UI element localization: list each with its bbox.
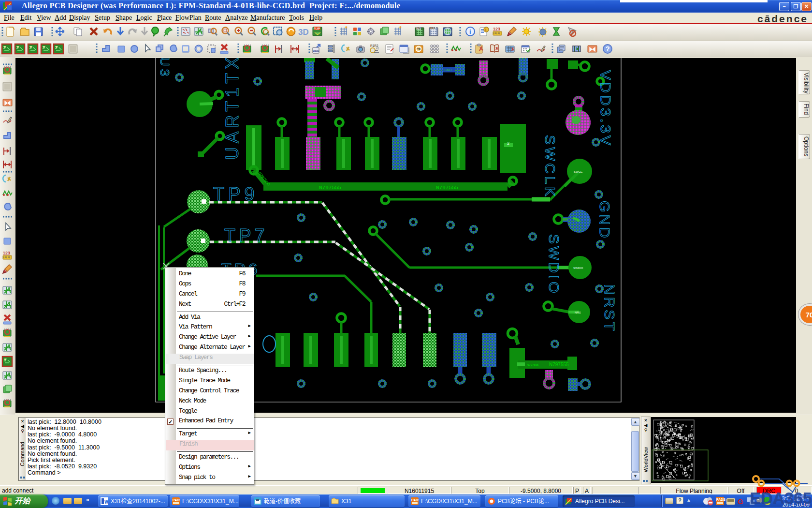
- svg-text:i: i: [485, 28, 486, 32]
- svg-text:SWCL.: SWCL.: [574, 170, 583, 173]
- svg-text:i: i: [469, 28, 471, 35]
- svg-text:PADS: PADS: [716, 498, 725, 501]
- svg-text:SWDIO: SWDIO: [573, 267, 583, 269]
- svg-text:TP7: TP7: [224, 225, 268, 246]
- svg-text:W: W: [104, 499, 108, 505]
- svg-text:123: 123: [3, 251, 10, 255]
- svg-text:V1: V1: [376, 47, 379, 50]
- svg-text:PADS: PADS: [411, 498, 419, 502]
- svg-text:FLIP: FLIP: [314, 27, 320, 30]
- svg-text:U3: U3: [158, 58, 172, 79]
- svg-text:SWDIO: SWDIO: [546, 234, 562, 296]
- svg-text:DFA: DFA: [430, 27, 435, 30]
- svg-text:GND: GND: [597, 201, 613, 240]
- svg-text:N797555: N797555: [549, 362, 569, 367]
- svg-text:TP: TP: [417, 48, 420, 51]
- svg-text:N797555: N797555: [527, 363, 539, 366]
- svg-text:123: 123: [493, 27, 500, 31]
- svg-text:CM: CM: [416, 27, 420, 30]
- svg-text:N797555: N797555: [319, 185, 341, 191]
- svg-text:ODB: ODB: [313, 49, 319, 52]
- svg-text:PADS: PADS: [173, 498, 180, 502]
- svg-text:GND: GND: [444, 68, 452, 72]
- svg-text:NRS: NRS: [575, 311, 581, 314]
- svg-text:VDD3.3V: VDD3.3V: [598, 70, 614, 148]
- svg-text:TP9: TP9: [213, 184, 259, 204]
- svg-text:2: 2: [507, 141, 509, 146]
- svg-text:NRST: NRST: [602, 284, 618, 333]
- svg-text:UART1TX: UART1TX: [222, 58, 242, 160]
- svg-text:3D: 3D: [298, 28, 309, 37]
- svg-text:*: *: [345, 25, 348, 32]
- svg-text:SWCLK: SWCLK: [542, 135, 558, 199]
- svg-text:*: *: [399, 25, 402, 32]
- svg-text:G: G: [738, 497, 743, 506]
- svg-text:?: ?: [606, 45, 610, 53]
- svg-text:N797555: N797555: [436, 185, 458, 191]
